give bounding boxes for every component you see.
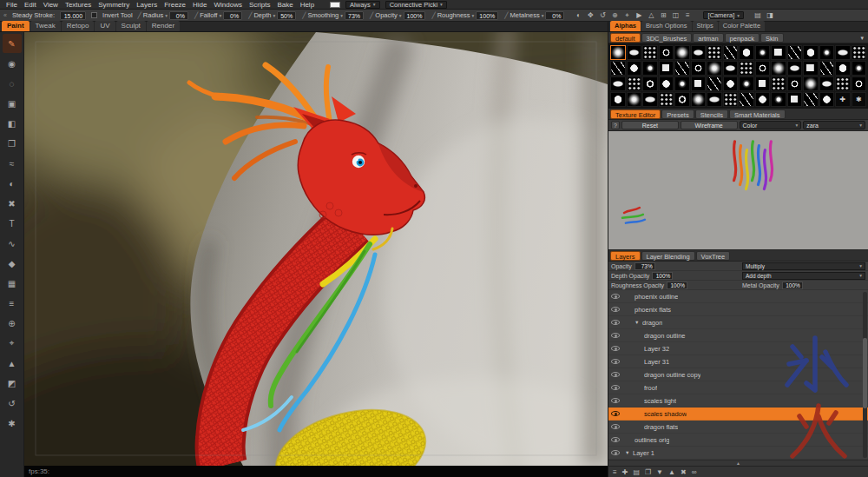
shade-icon[interactable]: ◐ — [573, 11, 583, 20]
alpha-brush-tile[interactable] — [771, 92, 786, 107]
layer-visibility-icon[interactable] — [611, 307, 620, 312]
alpha-brush-tile[interactable] — [835, 61, 851, 76]
texture-tab-smart-materials[interactable]: Smart Materials — [729, 109, 786, 119]
alpha-brush-tile[interactable] — [803, 61, 819, 76]
pan-icon[interactable]: ✥ — [585, 11, 595, 20]
param-value[interactable]: 0% — [223, 11, 242, 20]
alpha-brush-tile[interactable] — [771, 61, 786, 76]
menu-textures[interactable]: Textures — [62, 1, 95, 9]
alpha-brush-tile[interactable] — [610, 76, 626, 91]
layer-row[interactable]: scales light — [608, 394, 868, 407]
room-tab-sculpt[interactable]: Sculpt — [116, 21, 146, 31]
depth-opacity-value[interactable]: 100% — [652, 272, 673, 280]
param-falloff[interactable]: ╱Falloff▾0% — [194, 11, 242, 20]
layer-visibility-icon[interactable] — [611, 294, 620, 299]
layer-row[interactable]: froof — [608, 381, 868, 394]
param-radius[interactable]: ╱Radius▾0% — [138, 11, 188, 20]
layer-expand-icon[interactable]: ▼ — [625, 450, 633, 455]
panel-tab-brush-options[interactable]: Brush Options — [641, 21, 692, 31]
layer-visibility-icon[interactable] — [611, 320, 620, 325]
rotate-view-icon[interactable]: ↺ — [597, 11, 608, 20]
layer-row[interactable]: outlines orig — [608, 434, 868, 447]
texture-editor-preview[interactable] — [608, 131, 868, 250]
alpha-brush-tile[interactable] — [723, 76, 739, 91]
alpha-brush-tile[interactable] — [659, 92, 674, 107]
alpha-set-penpack[interactable]: penpack — [725, 33, 760, 43]
layer-row[interactable]: ▼Layer 1 — [608, 447, 868, 460]
wireframe-button[interactable]: Wireframe — [681, 121, 738, 129]
grid-icon[interactable]: ⊞ — [658, 11, 668, 20]
alpha-brush-tile[interactable] — [627, 45, 642, 60]
delete-layer-icon[interactable]: ✖ — [681, 468, 687, 476]
layer-row[interactable]: Layer 32 — [608, 342, 868, 355]
room-tab-paint[interactable]: Paint — [2, 21, 30, 31]
alpha-brush-tile[interactable] — [819, 61, 835, 76]
add-alpha-button[interactable]: ✚ — [835, 92, 851, 107]
layer-visibility-icon[interactable] — [611, 385, 620, 390]
pen-tool[interactable]: ◉ — [3, 54, 22, 73]
layer-row[interactable]: Layer 31 — [608, 355, 868, 368]
alpha-brush-tile[interactable] — [819, 92, 835, 107]
menu-hide[interactable]: Hide — [189, 1, 210, 9]
alpha-brush-tile[interactable] — [723, 45, 739, 60]
alpha-brush-tile[interactable] — [739, 76, 754, 91]
merge-down-icon[interactable]: ▼ — [656, 468, 663, 476]
param-depth[interactable]: ╱Depth▾50% — [248, 11, 296, 20]
alpha-brush-tile[interactable] — [691, 45, 707, 60]
layers-tab-voxtree[interactable]: VoxTree — [696, 251, 731, 261]
layer-visibility-icon[interactable] — [611, 437, 620, 442]
zoom-icon[interactable]: ⊕ — [609, 11, 620, 20]
alpha-brush-tile[interactable] — [707, 61, 722, 76]
layer-visibility-icon[interactable] — [611, 359, 620, 364]
viewport-layout-icon[interactable]: ▤ — [753, 11, 763, 19]
always-dropdown[interactable]: Always▾ — [345, 1, 380, 9]
menu-windows[interactable]: Windows — [211, 1, 246, 9]
alpha-brush-tile[interactable] — [659, 76, 674, 91]
alpha-set-skin[interactable]: Skin — [760, 33, 784, 43]
alpha-brush-tile[interactable] — [610, 61, 626, 76]
room-tab-uv[interactable]: UV — [95, 21, 115, 31]
menu-view[interactable]: View — [40, 1, 62, 9]
eraser-tool[interactable]: ✖ — [3, 194, 22, 213]
param-value[interactable]: 100% — [404, 11, 426, 20]
alpha-brush-tile[interactable] — [803, 76, 819, 91]
move-up-icon[interactable]: ▲ — [668, 468, 675, 476]
menu-bake[interactable]: Bake — [273, 1, 296, 9]
symmetry-icon[interactable]: ◫ — [670, 11, 681, 20]
alpha-brush-tile[interactable] — [707, 92, 722, 107]
alpha-brush-tile[interactable] — [755, 76, 771, 91]
param-value[interactable]: 50% — [277, 11, 296, 20]
alpha-options-button[interactable]: ✱ — [852, 92, 867, 107]
texture-tab-presets[interactable]: Presets — [661, 109, 694, 119]
opacity-value[interactable]: 73% — [635, 262, 655, 270]
layer-expand-icon[interactable]: ▼ — [635, 320, 642, 325]
panel-tab-alphas[interactable]: Alphas — [610, 21, 641, 31]
airbrush-tool[interactable]: ◌ — [3, 74, 22, 93]
layer-visibility-icon[interactable] — [611, 450, 620, 455]
smudge-tool[interactable]: ≈ — [3, 154, 22, 173]
alpha-brush-tile[interactable] — [852, 45, 867, 60]
new-layer-icon[interactable]: ✚ — [622, 468, 628, 476]
new-folder-icon[interactable]: ▤ — [633, 468, 640, 476]
alpha-set-artman[interactable]: artman — [693, 33, 723, 43]
alpha-brush-tile[interactable] — [787, 61, 803, 76]
layer-visibility-icon[interactable] — [611, 372, 620, 377]
alpha-brush-tile[interactable] — [787, 45, 803, 60]
layers-tab-layers[interactable]: Layers — [610, 251, 641, 261]
menu-scripts[interactable]: Scripts — [246, 1, 273, 9]
alpha-brush-tile[interactable] — [771, 45, 786, 60]
alpha-brush-tile[interactable] — [659, 61, 674, 76]
alpha-brush-tile[interactable] — [803, 92, 819, 107]
layer-visibility-icon[interactable] — [611, 411, 620, 416]
alpha-brush-tile[interactable] — [642, 61, 658, 76]
param-opacity[interactable]: ╱Opacity▾100% — [370, 11, 425, 20]
alpha-brush-tile[interactable] — [787, 76, 803, 91]
param-value[interactable]: 73% — [345, 11, 364, 20]
roughness-opacity-value[interactable]: 100% — [667, 282, 687, 289]
alpha-brush-tile[interactable] — [739, 92, 754, 107]
alpha-brush-tile[interactable] — [627, 61, 642, 76]
layer-row[interactable]: scales shadow — [608, 407, 868, 421]
undo-stroke-tool[interactable]: ↺ — [3, 394, 22, 413]
alpha-brush-tile[interactable] — [739, 61, 754, 76]
menu-edit[interactable]: Edit — [21, 1, 40, 9]
